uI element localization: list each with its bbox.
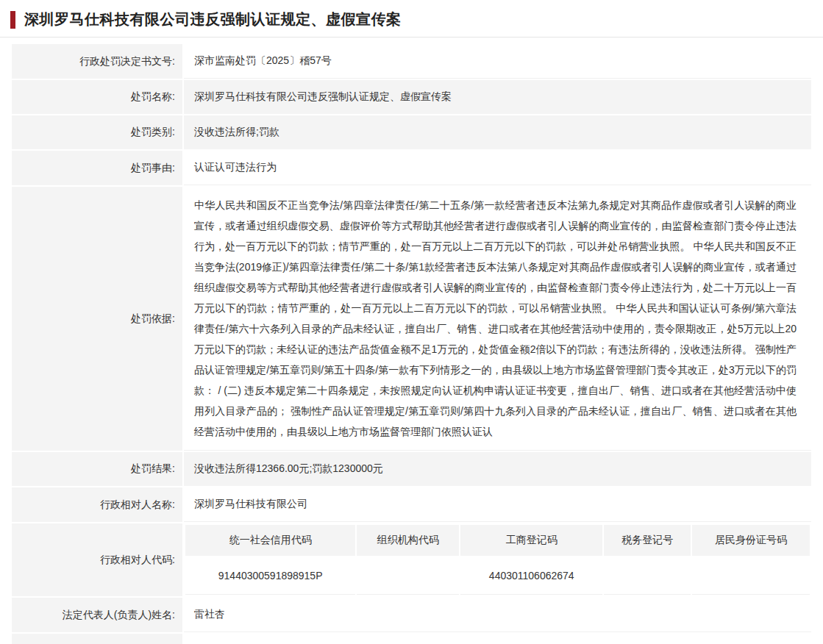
penalty-detail-page: 深圳罗马仕科技有限公司违反强制认证规定、虚假宣传案 行政处罚决定书文号: 深市监…: [0, 0, 823, 644]
row-label: 处罚名称:: [12, 80, 182, 114]
row-label: 处罚结果:: [12, 452, 182, 486]
row-value: 没收违法所得12366.00元;罚款1230000元: [184, 452, 811, 486]
table-row-legal-representative: 法定代表人(负责人)姓名: 雷社杏: [12, 598, 811, 632]
code-column-header: 统一社会信用代码: [185, 525, 355, 556]
page-header: 深圳罗马仕科技有限公司违反强制认证规定、虚假宣传案: [0, 0, 823, 37]
row-value: 雷社杏: [184, 598, 811, 632]
table-row-penalty-reason: 处罚事由: 认证认可违法行为: [12, 151, 811, 185]
penalty-detail-section: 行政处罚决定书文号: 深市监南处罚〔2025〕稽57号 处罚名称: 深圳罗马仕科…: [0, 37, 823, 644]
row-label: 行政处罚决定书文号:: [12, 44, 182, 79]
title-accent-bar: [10, 11, 15, 29]
row-value: 中华人民共和国反不正当竞争法/第四章法律责任/第二十五条/第一款经营者违反本法第…: [184, 187, 811, 451]
row-label: 法定代表人(负责人)姓名:: [12, 598, 182, 632]
code-value: [357, 557, 459, 595]
row-value: 深圳罗马仕科技有限公司违反强制认证规定、虚假宣传案: [184, 80, 811, 114]
page-title: 深圳罗马仕科技有限公司违反强制认证规定、虚假宣传案: [24, 10, 402, 29]
table-row-penalty-result: 处罚结果: 没收违法所得12366.00元;罚款1230000元: [12, 452, 811, 486]
row-label: 行政相对人名称:: [12, 487, 182, 522]
row-label: 行政相对人代码:: [12, 523, 182, 596]
row-value: 深市监南处罚〔2025〕稽57号: [184, 44, 811, 79]
penalty-table: 行政处罚决定书文号: 深市监南处罚〔2025〕稽57号 处罚名称: 深圳罗马仕科…: [10, 43, 813, 644]
table-row-penalty-category: 处罚类别: 没收违法所得;罚款: [12, 115, 811, 149]
table-row-decision-date: 处罚决定日期: 2025-12-11: [12, 634, 811, 644]
table-row-document-number: 行政处罚决定书文号: 深市监南处罚〔2025〕稽57号: [12, 44, 811, 79]
table-row-party-name: 行政相对人名称: 深圳罗马仕科技有限公司: [12, 487, 811, 522]
party-codes-cell: 统一社会信用代码 组织机构代码 工商登记码 税务登记号 居民身份证号码 9144…: [184, 523, 811, 596]
row-value: 没收违法所得;罚款: [184, 115, 811, 149]
row-label: 处罚类别:: [12, 115, 182, 149]
row-label: 处罚事由:: [12, 151, 182, 185]
code-column-header: 组织机构代码: [357, 525, 459, 556]
code-value: [692, 557, 810, 595]
code-value: 91440300591898915P: [185, 557, 355, 595]
table-row-penalty-name: 处罚名称: 深圳罗马仕科技有限公司违反强制认证规定、虚假宣传案: [12, 80, 811, 114]
codes-header-row: 统一社会信用代码 组织机构代码 工商登记码 税务登记号 居民身份证号码: [185, 525, 810, 556]
row-label: 处罚依据:: [12, 187, 182, 451]
row-label: 处罚决定日期:: [12, 634, 182, 644]
table-row-party-codes: 行政相对人代码: 统一社会信用代码 组织机构代码: [12, 523, 811, 596]
party-codes-table: 统一社会信用代码 组织机构代码 工商登记码 税务登记号 居民身份证号码 9144…: [184, 523, 811, 596]
code-column-header: 工商登记码: [460, 525, 602, 556]
code-value: [604, 557, 691, 595]
codes-value-row: 91440300591898915P 440301106062674: [185, 557, 810, 595]
row-value: 认证认可违法行为: [184, 151, 811, 185]
table-row-penalty-basis: 处罚依据: 中华人民共和国反不正当竞争法/第四章法律责任/第二十五条/第一款经营…: [12, 187, 811, 451]
code-value: 440301106062674: [460, 557, 602, 595]
row-value: 深圳罗马仕科技有限公司: [184, 487, 811, 522]
code-column-header: 税务登记号: [604, 525, 691, 556]
code-column-header: 居民身份证号码: [692, 525, 810, 556]
row-value: 2025-12-11: [184, 634, 811, 644]
